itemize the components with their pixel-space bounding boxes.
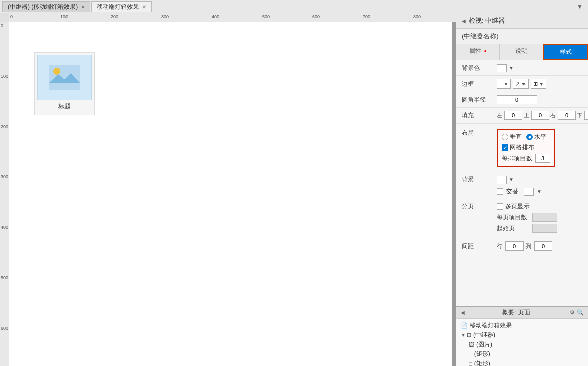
svg-point-2: [53, 68, 60, 75]
padding-top-input[interactable]: [531, 111, 549, 120]
tree-item-image-label: (图片): [476, 340, 492, 349]
alt-color-box[interactable]: [524, 188, 534, 196]
items-per-row-input[interactable]: [535, 154, 550, 163]
spacing-row-label: 行: [497, 242, 502, 250]
layout-horizontal-radio[interactable]: [526, 134, 533, 140]
repeater-collapse-icon[interactable]: ▼: [461, 332, 466, 338]
canvas-area: 0 100 200 300 400 500 600 700 800 0 100 …: [0, 13, 456, 366]
spacing-label: 间距: [462, 242, 497, 251]
padding-left-input[interactable]: [504, 111, 522, 120]
tab-close-lightbox[interactable]: ✕: [142, 4, 146, 10]
padding-right-input[interactable]: [558, 111, 576, 120]
items-per-page-input: [532, 213, 557, 222]
border-color-select[interactable]: ↗ ▼: [513, 79, 529, 89]
tab-properties[interactable]: 属性: [456, 44, 500, 60]
border-section: 边框 ≡ ▼ ↗ ▼ ⊞ ▼: [456, 76, 588, 92]
layout-horizontal-option[interactable]: 水平: [526, 133, 546, 141]
tree-item-repeater[interactable]: ▼ ⊞ (中继器): [456, 330, 588, 340]
pagination-label: 分页: [462, 202, 497, 211]
spacing-value: 行 列: [497, 241, 583, 251]
layout-grid-checkbox[interactable]: ✓: [502, 144, 508, 151]
layout-vertical-option[interactable]: 垂直: [502, 133, 522, 141]
search-icon[interactable]: 🔍: [577, 309, 584, 316]
layout-horizontal-label: 水平: [534, 133, 546, 141]
tree-item-rect2[interactable]: □ (矩形): [456, 359, 588, 366]
layout-label: 布局: [462, 127, 497, 137]
tab-style[interactable]: 样式: [543, 44, 588, 60]
layout-vertical-label: 垂直: [510, 133, 522, 141]
background-color-arrow[interactable]: ▼: [509, 177, 514, 182]
ruler-horizontal: 0 100 200 300 400 500 600 700 800: [9, 13, 456, 22]
multipage-checkbox[interactable]: [497, 203, 503, 210]
border-width-select[interactable]: ⊞ ▼: [531, 79, 546, 89]
bottom-panel: ◀ 概要: 页面 ⚙ 🔍 📄 移动端灯箱效果 ▼ ⊞ (中继器) 🖼 (图片): [456, 306, 588, 366]
alt-checkbox[interactable]: [497, 188, 503, 195]
multipage-label: 多页显示: [505, 202, 530, 211]
background-color-box[interactable]: [497, 176, 507, 184]
widget-container[interactable]: 标题: [34, 52, 95, 115]
rect2-icon: □: [469, 361, 472, 367]
ruler-v-400: 400: [1, 225, 8, 230]
inspector-title-bar: (中继器名称): [456, 29, 588, 44]
canvas-content[interactable]: 标题: [9, 22, 456, 366]
layout-box: 垂直 水平 ✓ 网格排布: [497, 129, 555, 167]
layout-grid-row[interactable]: ✓ 网格排布: [502, 143, 550, 152]
border-width-arrow[interactable]: ▼: [539, 81, 544, 87]
tab-arrow[interactable]: ▼: [574, 3, 586, 10]
alt-color-arrow[interactable]: ▼: [537, 189, 542, 194]
padding-bottom-input[interactable]: [584, 111, 588, 120]
filter-icon[interactable]: ⚙: [570, 309, 575, 316]
bg-color-arrow[interactable]: ▼: [509, 65, 514, 71]
layout-vertical-radio[interactable]: [502, 134, 508, 140]
checkmark-icon: ✓: [503, 145, 507, 150]
bg-color-box[interactable]: [497, 64, 507, 72]
items-per-row-row: 每排项目数: [502, 154, 550, 163]
radius-row: 圆角半径: [462, 95, 583, 104]
tab-description[interactable]: 说明: [500, 44, 543, 60]
radius-label: 圆角半径: [462, 96, 497, 104]
bg-color-section: 背景色 ▼: [456, 60, 588, 76]
tree-item-image[interactable]: 🖼 (图片): [456, 340, 588, 349]
bottom-collapse-btn[interactable]: ◀: [461, 310, 465, 315]
border-style-select[interactable]: ≡ ▼: [497, 79, 511, 89]
radius-input[interactable]: [497, 95, 537, 104]
background-value: ▼: [497, 176, 583, 184]
panel-collapse-btn[interactable]: ◀: [462, 18, 466, 24]
padding-left-label: 左: [497, 112, 502, 119]
spacing-row-input[interactable]: [505, 241, 524, 251]
background-section: 背景 ▼ 交替 ▼: [456, 172, 588, 199]
ruler-h-600: 600: [312, 14, 320, 19]
multipage-row[interactable]: 多页显示: [497, 202, 530, 211]
spacing-col-label: 列: [526, 242, 531, 250]
pagination-section: 分页 多页显示 每页项目数 起始页: [456, 199, 588, 238]
tab-lightbox[interactable]: 移动端灯箱效果 ✕: [91, 1, 152, 12]
ruler-v-0: 0: [1, 23, 3, 28]
border-value: ≡ ▼ ↗ ▼ ⊞ ▼: [497, 79, 583, 89]
spacing-col-input[interactable]: [534, 241, 552, 251]
spacing-row: 间距 行 列: [462, 241, 583, 251]
padding-label: 填充: [462, 111, 497, 120]
background-label: 背景: [462, 175, 497, 184]
tree-item-rect1[interactable]: □ (矩形): [456, 349, 588, 359]
ruler-v-600: 600: [1, 326, 8, 331]
properties-scroll[interactable]: 背景色 ▼ 边框 ≡ ▼: [456, 60, 588, 306]
ruler-v-300: 300: [1, 174, 8, 179]
repeater-icon: ⊞: [467, 332, 471, 338]
border-style-arrow[interactable]: ▼: [503, 81, 508, 87]
start-page-row: 起始页: [462, 224, 583, 233]
tab-repeater[interactable]: (中继器) (移动端灯箱效果) ✕: [2, 1, 90, 12]
tab-close-repeater[interactable]: ✕: [81, 4, 85, 10]
layout-row: 布局 垂直 水平: [462, 127, 583, 169]
border-color-arrow[interactable]: ▼: [521, 81, 526, 87]
widget-box[interactable]: 标题: [34, 52, 95, 115]
background-row: 背景 ▼: [462, 175, 583, 184]
border-row: 边框 ≡ ▼ ↗ ▼ ⊞ ▼: [462, 79, 583, 89]
items-per-page-row: 每页项目数: [462, 213, 583, 222]
tree-item-page[interactable]: 📄 移动端灯箱效果: [456, 321, 588, 330]
bg-color-label: 背景色: [462, 64, 497, 72]
radius-section: 圆角半径: [456, 92, 588, 108]
spacing-section: 间距 行 列: [456, 238, 588, 254]
padding-row: 填充 左 上 右 下: [462, 111, 583, 120]
alt-label: 交替: [506, 187, 518, 196]
rect1-icon: □: [469, 351, 472, 357]
